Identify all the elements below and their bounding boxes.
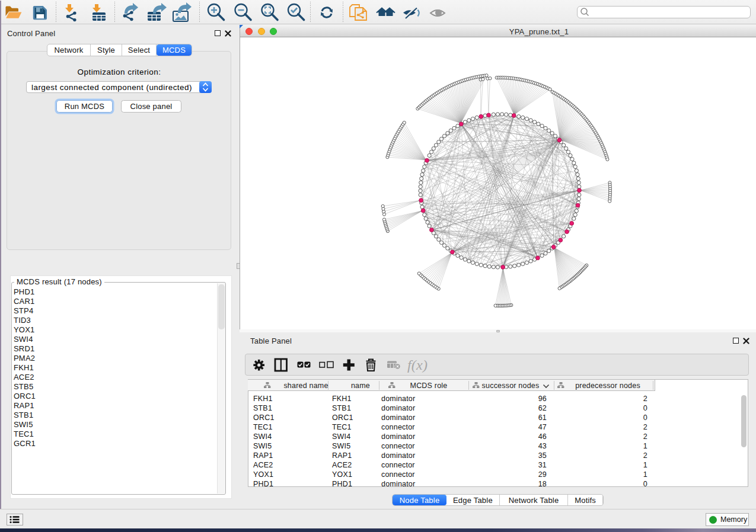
svg-text:f(x): f(x)	[407, 357, 428, 373]
